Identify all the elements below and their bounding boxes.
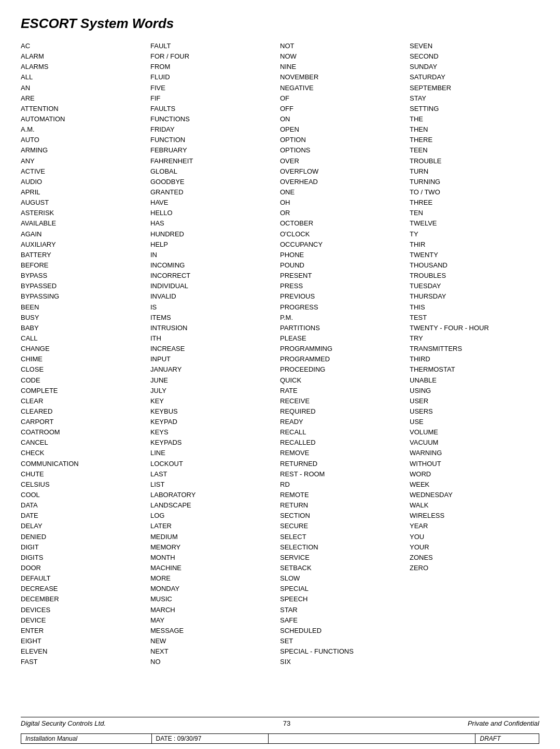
word-item: AUDIO — [21, 177, 150, 187]
word-item: SPECIAL - FUNCTIONS — [280, 646, 410, 657]
word-item: USERS — [410, 406, 539, 417]
word-item: HAS — [150, 218, 280, 229]
word-item: JUNE — [150, 375, 280, 386]
word-item: P.M. — [280, 313, 410, 323]
word-item: GOODBYE — [150, 177, 280, 187]
word-item: RECEIVE — [280, 396, 410, 406]
word-item: THE — [410, 114, 539, 124]
word-item: ARMING — [21, 145, 150, 156]
word-item: SETBACK — [280, 563, 410, 573]
word-item: TWENTY - FOUR - HOUR — [410, 323, 539, 333]
word-item: PROGRESS — [280, 302, 410, 313]
word-item: INDIVIDUAL — [150, 281, 280, 291]
word-item: VOLUME — [410, 427, 539, 437]
word-column-1: FAULTFOR / FOURFROMFLUIDFIVEFIFFAULTSFUN… — [150, 41, 280, 667]
word-item: MARCH — [150, 605, 280, 615]
word-item: OVER — [280, 156, 410, 166]
word-item: TEN — [410, 208, 539, 218]
word-item: TWENTY — [410, 250, 539, 260]
word-item: HAVE — [150, 197, 280, 208]
word-item: STAR — [280, 605, 410, 615]
word-item: DIGIT — [21, 542, 150, 553]
word-item: FRIDAY — [150, 124, 280, 135]
word-item: FAULTS — [150, 104, 280, 114]
word-item: JANUARY — [150, 364, 280, 375]
word-item: BABY — [21, 323, 150, 333]
word-item: FAULT — [150, 41, 280, 51]
word-item: SLOW — [280, 573, 410, 584]
word-item: SET — [280, 636, 410, 646]
word-item: ALARMS — [21, 62, 150, 72]
word-item: MONTH — [150, 553, 280, 563]
word-item: FOR / FOUR — [150, 51, 280, 62]
word-item: MORE — [150, 573, 280, 584]
word-item: OR — [280, 208, 410, 218]
word-item: TEEN — [410, 145, 539, 156]
word-item: BATTERY — [21, 250, 150, 260]
word-item: FUNCTIONS — [150, 114, 280, 124]
word-item: CHANGE — [21, 344, 150, 354]
word-item: WITHOUT — [410, 459, 539, 469]
words-grid: ACALARMALARMSALLANAREATTENTIONAUTOMATION… — [21, 41, 539, 667]
word-item: PRESENT — [280, 271, 410, 281]
word-item: QUICK — [280, 375, 410, 386]
word-item: AC — [21, 41, 150, 51]
word-item: ACTIVE — [21, 166, 150, 177]
word-item: YOUR — [410, 542, 539, 553]
word-item: PARTITIONS — [280, 323, 410, 333]
word-item: OF — [280, 93, 410, 104]
word-item: PHONE — [280, 250, 410, 260]
word-item: READY — [280, 417, 410, 427]
word-item: DEFAULT — [21, 573, 150, 584]
word-item: USING — [410, 386, 539, 396]
word-item: AUXILIARY — [21, 239, 150, 250]
word-item: REQUIRED — [280, 406, 410, 417]
word-item: MACHINE — [150, 563, 280, 573]
word-item: USER — [410, 396, 539, 406]
word-item: LAST — [150, 469, 280, 479]
word-item: COATROOM — [21, 427, 150, 437]
word-item: OCCUPANCY — [280, 239, 410, 250]
word-item: ZONES — [410, 553, 539, 563]
word-item: THIR — [410, 239, 539, 250]
word-item: REMOTE — [280, 490, 410, 500]
word-item: CLEAR — [21, 396, 150, 406]
word-item: INCOMING — [150, 260, 280, 271]
word-item: TY — [410, 229, 539, 239]
word-item: INVALID — [150, 291, 280, 302]
word-item: UNABLE — [410, 375, 539, 386]
word-item: THERMOSTAT — [410, 364, 539, 375]
word-item: ANY — [21, 156, 150, 166]
word-item: BEEN — [21, 302, 150, 313]
word-item: FLUID — [150, 72, 280, 82]
word-item: ON — [280, 114, 410, 124]
word-item: TROUBLE — [410, 156, 539, 166]
word-item: RETURNED — [280, 459, 410, 469]
word-item: OPTIONS — [280, 145, 410, 156]
word-item: LANDSCAPE — [150, 500, 280, 511]
word-item: ITEMS — [150, 313, 280, 323]
word-item: YEAR — [410, 521, 539, 531]
word-item: PRESS — [280, 281, 410, 291]
word-item: BYPASS — [21, 271, 150, 281]
word-item: EIGHT — [21, 636, 150, 646]
word-item: PROGRAMMED — [280, 354, 410, 364]
word-item: CLOSE — [21, 364, 150, 375]
word-item: DECEMBER — [21, 594, 150, 604]
word-item: FIVE — [150, 83, 280, 93]
word-item: TEST — [410, 313, 539, 323]
word-item: WARNING — [410, 448, 539, 458]
word-item: AGAIN — [21, 229, 150, 239]
word-item: THEN — [410, 124, 539, 135]
word-item: LATER — [150, 521, 280, 531]
word-item: SELECTION — [280, 542, 410, 553]
word-item: CARPORT — [21, 417, 150, 427]
word-item: WEEK — [410, 479, 539, 490]
word-item: SECTION — [280, 511, 410, 521]
word-item: INTRUSION — [150, 323, 280, 333]
word-item: REST - ROOM — [280, 469, 410, 479]
word-item: HUNDRED — [150, 229, 280, 239]
word-item: O'CLOCK — [280, 229, 410, 239]
word-item: SCHEDULED — [280, 626, 410, 636]
word-item: INCREASE — [150, 344, 280, 354]
